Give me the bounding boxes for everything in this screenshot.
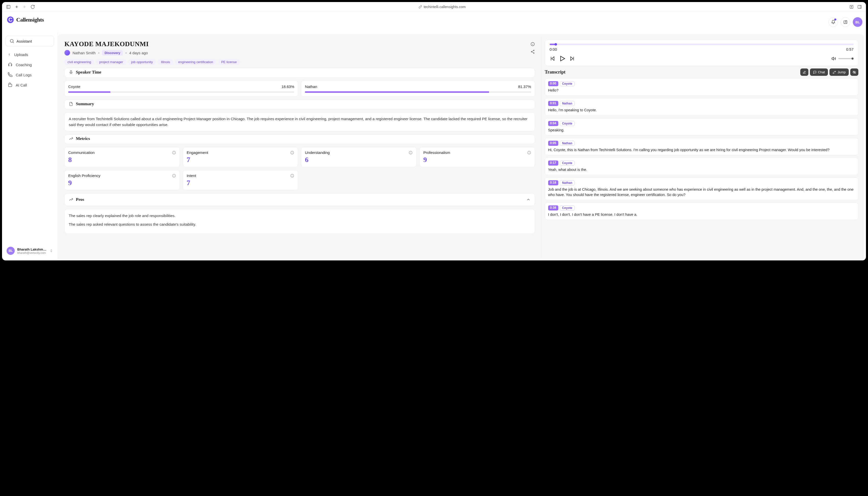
nav-back-icon[interactable] (14, 4, 19, 9)
panel-icon[interactable] (857, 4, 862, 9)
metric-label: Communication (68, 150, 95, 155)
svg-point-17 (531, 51, 532, 52)
transcript-entry[interactable]: 0:38 Coyote I don't, I don't. I don't ha… (545, 203, 858, 220)
transcript-entry[interactable]: 0:01 Nathan Hello, I'm speaking to Coyot… (545, 98, 858, 115)
svg-marker-41 (552, 57, 554, 61)
next-track-icon[interactable] (570, 56, 575, 61)
tag[interactable]: civil engineering (64, 59, 94, 65)
file-icon (69, 102, 73, 106)
summary-heading: Summary (76, 102, 94, 107)
tag-row: civil engineeringproject managerjob oppo… (64, 59, 535, 65)
jump-button[interactable]: Jump (830, 68, 849, 76)
nav-forward-icon (22, 4, 27, 9)
info-icon[interactable] (290, 151, 294, 155)
speaker-card: Coyote 18.63% (64, 81, 298, 97)
svg-rect-21 (71, 71, 72, 73)
transcript-text: I don't, I don't. I don't have a PE lice… (548, 212, 855, 217)
tag[interactable]: PE license (218, 59, 240, 65)
metric-label: Engagement (187, 150, 208, 155)
svg-marker-44 (571, 57, 573, 61)
metric-value: 6 (305, 156, 413, 164)
sidebar-item-label: Coaching (16, 63, 32, 67)
info-icon[interactable] (172, 151, 176, 155)
chat-button[interactable]: Chat (810, 68, 828, 76)
docs-button[interactable] (841, 17, 850, 27)
speaker-bar (68, 91, 294, 93)
transcript-entry[interactable]: 0:17 Coyote Yeah, what about is the. (545, 158, 858, 175)
package-icon (7, 82, 13, 88)
svg-point-10 (10, 39, 13, 42)
user-menu[interactable]: BL Bharath Lakshman ... bharath@vertocit… (5, 245, 54, 257)
metric-label: Understanding (305, 150, 330, 155)
volume-slider[interactable] (838, 58, 854, 59)
header-avatar[interactable]: BL (853, 17, 863, 27)
pro-item: The sales rep asked relevant questions t… (69, 221, 531, 228)
info-icon[interactable] (527, 151, 531, 155)
chevron-left-icon (7, 52, 11, 57)
pros-heading: Pros (76, 197, 84, 202)
sidebar-back-uploads[interactable]: Uploads (5, 49, 54, 60)
share-call-icon[interactable] (530, 49, 535, 54)
transcript-entry[interactable]: 0:18 Nathan Job and the job is at Chicag… (545, 177, 858, 200)
sidebar-item-ai-call[interactable]: AI Call (5, 80, 54, 90)
tag[interactable]: engineering certification (175, 59, 216, 65)
info-icon[interactable] (290, 174, 294, 178)
hide-transcript-button[interactable] (850, 68, 858, 76)
transcript-text: Hi, Coyote, this is Nathan from TechInte… (548, 147, 855, 152)
metric-value: 9 (68, 179, 176, 187)
svg-marker-43 (561, 56, 564, 61)
svg-line-11 (13, 42, 14, 43)
play-icon[interactable] (559, 55, 566, 62)
transcript-entry[interactable]: 0:00 Coyote Hello? (545, 78, 858, 96)
transcript-time: 0:01 (548, 101, 558, 106)
tag[interactable]: project manager (96, 59, 126, 65)
transcript-text: Yeah, what about is the. (548, 167, 855, 172)
sidebar-item-label: AI Call (16, 83, 27, 87)
transcript-time: 0:04 (548, 121, 558, 126)
player-current-time: 0:00 (550, 47, 557, 51)
tag[interactable]: job opportunity (128, 59, 156, 65)
metric-value: 7 (187, 179, 294, 187)
reload-icon[interactable] (30, 4, 35, 9)
metric-label: Intent (187, 173, 196, 178)
call-type-badge: Discovery (102, 50, 123, 56)
transcript-time: 0:18 (548, 180, 558, 185)
chevron-up-icon[interactable] (526, 197, 531, 202)
transcript-entry[interactable]: 0:04 Coyote Speaking. (545, 118, 858, 135)
tag[interactable]: Illinois (158, 59, 173, 65)
sidebar-item-call-logs[interactable]: Call Logs (5, 70, 54, 80)
search-icon (10, 38, 14, 44)
chart-icon (69, 136, 73, 141)
sidebar-item-coaching[interactable]: Coaching (5, 60, 54, 70)
svg-line-20 (532, 52, 533, 53)
transcript-entry[interactable]: 0:05 Nathan Hi, Coyote, this is Nathan f… (545, 138, 858, 155)
speaker-card: Nathan 81.37% (301, 81, 535, 97)
trending-up-icon (69, 197, 73, 202)
metric-card: Understanding 6 (301, 147, 417, 167)
prev-track-icon[interactable] (550, 56, 555, 61)
brand[interactable]: C Callensights (5, 15, 54, 24)
eye-off-icon (853, 71, 856, 74)
info-icon[interactable] (409, 151, 413, 155)
metric-card: Communication 8 (64, 147, 180, 167)
transcript-speaker: Nathan (560, 180, 575, 185)
transcript-speaker: Nathan (560, 101, 575, 106)
info-icon[interactable] (530, 42, 535, 46)
speaker-grid: Coyote 18.63% Nathan 81.37% (64, 81, 535, 97)
progress-bar[interactable] (550, 44, 854, 45)
share-icon[interactable] (849, 4, 854, 9)
metric-value: 9 (423, 156, 531, 164)
transcript-speaker: Coyote (560, 81, 575, 86)
volume-icon[interactable] (831, 56, 836, 61)
sidebar-toggle-icon[interactable] (6, 4, 11, 9)
edit-transcript-button[interactable] (800, 68, 808, 76)
metric-card: Engagement 7 (183, 147, 298, 167)
user-name: Bharath Lakshman ... (17, 248, 47, 251)
url-bar[interactable]: techintelli.callensights.com (38, 5, 846, 9)
phone-icon (7, 72, 13, 77)
speaker-bar (305, 91, 531, 93)
transcript-text: Hello? (548, 88, 855, 93)
assistant-button[interactable]: Assistant (5, 36, 54, 46)
notifications-button[interactable] (828, 17, 838, 27)
info-icon[interactable] (172, 174, 176, 178)
